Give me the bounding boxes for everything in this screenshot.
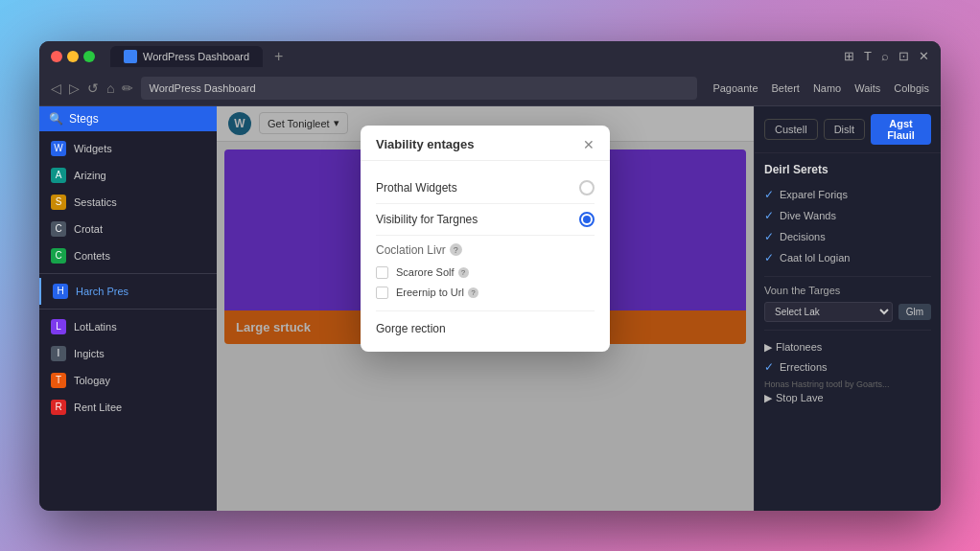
scarore-info-icon: ? [458,267,469,278]
arizing-icon: A [51,168,66,183]
rp-expandable-stoplove[interactable]: ▶ Stop Lave [764,389,931,407]
sidebar-item-lotlatins[interactable]: L LotLatins [39,313,217,340]
info-icon: ? [450,243,462,256]
search-icon: 🔍 [49,112,63,126]
widgets-icon: W [51,141,66,156]
browser-toolbar-icons: ⊞ T ⌕ ⊡ ✕ [844,49,929,63]
sidebar-item-rentlitee[interactable]: R Rent Litee [39,394,217,421]
bookmark-icon[interactable]: ⊞ [844,49,854,63]
browser-tab[interactable]: WordPress Dashboard [110,46,263,67]
search-browser-icon[interactable]: ⌕ [881,49,889,63]
wp-search[interactable]: 🔍 Stegs [39,106,217,131]
sidebar-item-harch[interactable]: H Harch Pres [39,278,217,305]
sidebar-item-sestatics[interactable]: S Sestatics [39,189,217,216]
condition-label: Coclation Livr [376,243,446,257]
modal-body: Prothal Widgets Visibility for Targnes [361,161,610,352]
custell-button[interactable]: Custell [764,119,818,140]
sidebar-item-crotat[interactable]: C Crotat [39,216,217,242]
checkbox-scarore[interactable]: Scarore Solf ? [376,263,595,283]
maximize-traffic-light[interactable] [83,51,95,62]
nav-namo[interactable]: Namo [813,82,841,94]
check-dive-icon: ✓ [764,209,774,222]
modal-option-visibility[interactable]: Visibility for Targnes [376,204,595,236]
crop-icon[interactable]: ⊡ [898,49,909,63]
rp-item-caat: ✓ Caat lol Logian [764,247,931,268]
back-button[interactable]: ◁ [51,80,61,96]
rentlitee-icon: R [51,400,66,415]
dive-label: Dive Wands [780,210,836,221]
check-errections-icon: ✓ [764,360,774,374]
right-panel-header: Custell Dislt Agst Flauil [755,106,941,153]
sidebar-item-arizing[interactable]: A Arizing [39,162,217,189]
home-button[interactable]: ⌂ [106,80,114,96]
harch-icon: H [53,284,68,299]
nav-betert[interactable]: Betert [772,82,800,94]
modal-overlay: Viability entages ✕ Prothal Widgets Visi… [217,106,754,511]
agst-button[interactable]: Agst Flauil [871,114,931,145]
ereernip-info-icon: ? [468,287,478,298]
modal-close-button[interactable]: ✕ [583,137,595,152]
nav-pagoante[interactable]: Pagoante [712,82,758,94]
nav-waits[interactable]: Waits [854,82,880,94]
modal-footer-section: Gorge rection [376,311,595,340]
address-input[interactable] [141,77,697,100]
menu-divider [39,273,217,274]
flatonees-label: Flatonees [776,341,822,353]
sidebar-label-ingicts: Ingicts [74,348,105,359]
rp-item-errections: ✓ Errections [764,356,931,378]
rp-divider-1 [764,276,931,277]
option-prothal-radio[interactable] [579,180,595,195]
right-panel: Custell Dislt Agst Flauil Deirl Serets ✓… [754,106,941,511]
right-panel-content: Deirl Serets ✓ Exparel Foriqs ✓ Dive Wan… [755,153,941,511]
close-browser-icon[interactable]: ✕ [919,49,929,63]
visibility-modal: Viability entages ✕ Prothal Widgets Visi… [361,126,610,352]
close-traffic-light[interactable] [51,51,62,62]
sidebar-item-widgets[interactable]: W Widgets [39,135,217,162]
flatonees-arrow-icon: ▶ [764,341,772,354]
sidebar-label-harch: Harch Pres [76,286,128,297]
radio-inner-dot [583,216,591,223]
scarore-checkbox[interactable] [376,266,388,279]
edit-pencil-icon[interactable]: ✏ [122,80,133,96]
nav-colbgis[interactable]: Colbgis [894,82,929,94]
caat-label: Caat lol Logian [780,252,850,264]
sidebar-label-contets: Contets [74,250,110,262]
ereernip-label: Ereernip to Url ? [396,287,478,298]
option-visibility-radio[interactable] [579,212,595,227]
checkbox-ereernip[interactable]: Ereernip to Url ? [376,283,595,303]
stoplove-label: Stop Lave [776,392,824,403]
check-decisions-icon: ✓ [764,230,774,243]
forward-button[interactable]: ▷ [69,80,80,96]
go-button[interactable]: Glm [898,304,931,320]
option-visibility-label: Visibility for Targnes [376,213,478,226]
modal-header: Viability entages ✕ [361,126,610,161]
ereernip-checkbox[interactable] [376,287,388,299]
select-label-dropdown[interactable]: Select Lak [764,302,893,322]
menu-divider-2 [39,309,217,310]
tune-icon[interactable]: T [864,49,872,63]
modal-option-prothal[interactable]: Prothal Widgets [376,172,595,204]
dislt-button[interactable]: Dislt [824,119,865,140]
browser-titlebar: WordPress Dashboard + ⊞ T ⌕ ⊡ ✕ [39,41,941,72]
sidebar-item-ingicts[interactable]: I Ingicts [39,340,217,367]
sidebar-label-arizing: Arizing [74,170,106,181]
sidebar-label-tologay: Tologay [74,375,110,386]
check-exparel-icon: ✓ [764,188,774,201]
wp-main: W Get Tonigleet ▾ W The worlds WOOKFENCE… [217,106,754,511]
sidebar-label-rentlitee: Rent Litee [74,402,122,413]
sestatics-icon: S [51,195,66,210]
minimize-traffic-light[interactable] [67,51,79,62]
rp-item-decisions: ✓ Decisions [764,226,931,247]
ingicts-icon: I [51,346,66,361]
browser-content: 🔍 Stegs W Widgets A Arizing S Sestatics … [39,106,941,511]
refresh-button[interactable]: ↺ [87,80,99,96]
new-tab-button[interactable]: + [274,48,283,65]
sidebar-item-tologay[interactable]: T Tologay [39,367,217,394]
errections-note: Honas Hastring tootl by Goarts... [764,379,931,389]
rp-section-title: Deirl Serets [764,163,931,176]
rp-expandable-flatonees[interactable]: ▶ Flatonees [764,338,931,356]
condition-title: Coclation Livr ? [376,243,595,257]
scarore-label: Scarore Solf ? [396,266,469,278]
sidebar-item-contets[interactable]: C Contets [39,242,217,269]
rp-subsection-title: Voun the Targes [764,285,931,296]
